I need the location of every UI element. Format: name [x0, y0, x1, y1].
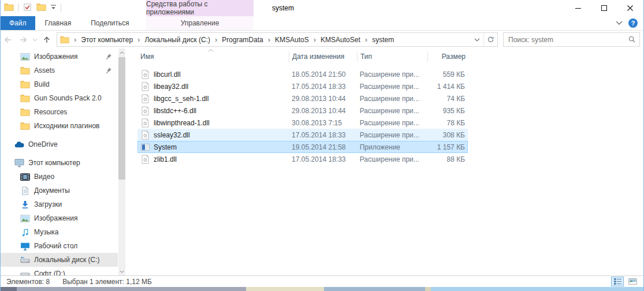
sidebar-item-label: Загрузки — [34, 200, 62, 208]
sort-ascending-icon — [208, 49, 214, 52]
sidebar-item-icon — [20, 122, 30, 130]
breadcrumb-item[interactable]: › system — [360, 33, 394, 46]
sidebar-item[interactable]: Этот компьютер — [1, 156, 118, 170]
sidebar-item-icon — [20, 214, 30, 223]
sidebar-item[interactable]: Документы — [1, 184, 118, 197]
breadcrumb[interactable]: › Этот компьютер › Локальный диск (C:) ›… — [57, 32, 498, 47]
sidebar-item[interactable]: Локальный диск (C:) — [1, 253, 118, 267]
scroll-up-icon[interactable] — [118, 48, 125, 57]
file-name: ssleay32.dll — [154, 131, 190, 139]
table-row[interactable]: libgcc_s_seh-1.dll 29.08.2013 10:44 Расш… — [137, 92, 468, 105]
sidebar-item[interactable]: Исходники плагинов — [1, 119, 118, 133]
sidebar-item-label: Видео — [34, 173, 54, 181]
up-button[interactable] — [39, 32, 54, 47]
file-date-cell: 17.05.2014 18:33 — [289, 155, 357, 163]
table-row[interactable]: libeay32.dll 17.05.2014 18:33 Расширение… — [137, 80, 468, 92]
sidebar-item-icon — [20, 256, 30, 264]
breadcrumb-item[interactable]: › ProgramData — [210, 33, 263, 46]
breadcrumb-separator-icon: › — [133, 35, 144, 44]
sidebar-item[interactable]: Resources — [1, 105, 118, 119]
new-folder-button[interactable] — [36, 3, 46, 12]
forward-button[interactable] — [16, 32, 31, 47]
tab-home[interactable]: Главная — [35, 16, 81, 30]
file-size-cell: 935 КБ — [427, 107, 467, 115]
column-header-name[interactable]: Имя — [137, 51, 289, 62]
sidebar-item[interactable]: Видео — [1, 170, 118, 184]
file-name-cell: ssleay32.dll — [138, 130, 289, 140]
tab-file[interactable]: Файл — [1, 16, 35, 30]
sidebar-item[interactable]: Загрузки — [1, 197, 118, 211]
sidebar-item[interactable]: Изображения — [1, 211, 118, 225]
selection-info: Выбран 1 элемент: 1,12 МБ — [62, 278, 152, 286]
file-date-cell: 29.08.2013 10:44 — [289, 95, 357, 103]
thumbnails-view-button[interactable] — [626, 277, 639, 286]
sidebar-item-label: Этот компьютер — [28, 159, 80, 167]
breadcrumb-item[interactable]: › Этот компьютер — [69, 33, 133, 46]
file-type-cell: Приложение — [357, 143, 427, 151]
breadcrumb-item[interactable]: › Локальный диск (C:) — [133, 33, 210, 46]
table-row[interactable]: libstdc++-6.dll 29.08.2013 10:44 Расшире… — [137, 105, 468, 117]
sidebar-item[interactable]: Рабочий стол — [1, 239, 118, 253]
file-name-cell: libwinpthread-1.dll — [138, 118, 289, 128]
breadcrumb-item[interactable]: › KMSAutoSet — [309, 33, 360, 46]
sidebar-item[interactable]: Софт (D:) — [1, 267, 118, 275]
minimize-button[interactable] — [565, 0, 591, 16]
file-type-cell: Расширение при... — [357, 119, 427, 127]
sidebar-item[interactable]: Музыка — [1, 225, 118, 239]
sidebar-item-label: Gun Sounds Pack 2.0 — [34, 94, 102, 102]
sidebar-item-label: Локальный диск (C:) — [34, 256, 100, 264]
table-row[interactable]: ssleay32.dll 17.05.2014 18:33 Расширение… — [137, 129, 468, 141]
address-dropdown-button[interactable] — [471, 33, 483, 46]
address-bar: › Этот компьютер › Локальный диск (C:) ›… — [1, 31, 643, 48]
sidebar-item[interactable]: Gun Sounds Pack 2.0 — [1, 91, 118, 105]
sidebar-item[interactable]: Изображения — [1, 50, 118, 64]
table-row[interactable]: libwinpthread-1.dll 30.08.2013 7:15 Расш… — [137, 117, 468, 129]
breadcrumb-separator-icon: › — [309, 35, 321, 44]
maximize-button[interactable] — [591, 0, 617, 16]
customize-quick-access-button[interactable] — [50, 5, 57, 10]
file-type-cell: Расширение при... — [357, 131, 427, 139]
file-name: libstdc++-6.dll — [154, 107, 196, 115]
refresh-button[interactable] — [483, 33, 497, 46]
file-date-cell: 19.05.2014 21:58 — [289, 143, 357, 151]
breadcrumb-item[interactable]: › KMSAutoS — [263, 33, 309, 46]
file-name-cell: libcurl.dll — [138, 70, 289, 79]
recent-locations-button[interactable] — [31, 32, 39, 47]
scroll-down-icon[interactable] — [118, 267, 125, 275]
file-type-icon — [141, 106, 150, 115]
folder-icon — [60, 36, 69, 44]
collapse-ribbon-icon[interactable] — [616, 21, 623, 25]
details-view-button[interactable] — [611, 277, 624, 286]
divider — [18, 3, 18, 12]
ribbon-right-controls: ? — [616, 16, 638, 30]
sidebar-item[interactable]: Assets — [1, 64, 118, 77]
file-date-cell: 18.05.2014 21:50 — [289, 70, 357, 79]
search-icon[interactable] — [628, 35, 636, 43]
sidebar-item-icon — [20, 94, 30, 103]
table-row[interactable]: libcurl.dll 18.05.2014 21:50 Расширение … — [137, 68, 468, 80]
contextual-tab-group-header: Средства работы с приложениями — [146, 0, 254, 16]
column-header-size[interactable]: Размер — [427, 51, 468, 62]
table-row[interactable]: System 19.05.2014 21:58 Приложение 1 157… — [137, 141, 468, 153]
tab-share[interactable]: Поделиться — [81, 16, 139, 30]
file-date-cell: 17.05.2014 18:33 — [289, 83, 357, 91]
tab-manage[interactable]: Управление — [146, 16, 254, 30]
column-header-date[interactable]: Дата изменения — [289, 51, 357, 62]
breadcrumb-separator-icon: › — [263, 35, 275, 44]
column-header-type[interactable]: Тип — [357, 51, 427, 62]
scrollbar-thumb[interactable] — [118, 57, 125, 180]
back-button[interactable] — [1, 32, 16, 47]
sidebar-item[interactable]: OneDrive — [1, 137, 118, 151]
search-input[interactable] — [503, 32, 640, 47]
sidebar-item[interactable]: Build — [1, 77, 118, 91]
help-button[interactable]: ? — [628, 18, 638, 28]
properties-button[interactable] — [23, 3, 32, 12]
sidebar-scrollbar[interactable] — [118, 48, 125, 275]
file-type-icon — [141, 118, 150, 128]
close-button[interactable] — [617, 0, 643, 16]
ribbon-tab-row: Файл Главная Поделиться Вид Управление ? — [1, 16, 643, 31]
maximize-icon — [601, 5, 607, 11]
sidebar-item-icon — [20, 228, 30, 237]
table-row[interactable]: zlib1.dll 17.05.2014 18:33 Расширение пр… — [137, 153, 468, 165]
file-type-cell: Расширение при... — [357, 83, 427, 91]
